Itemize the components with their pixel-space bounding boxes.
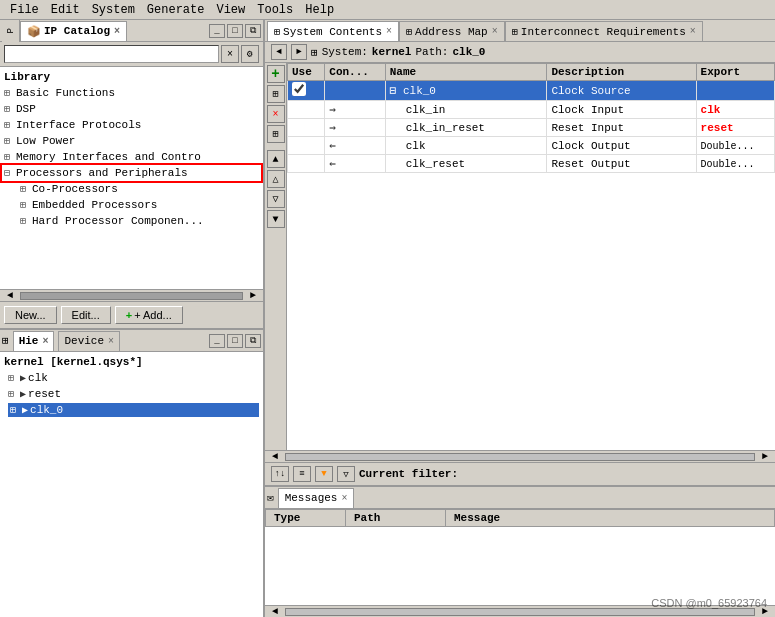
msg-scroll-left[interactable]: ◄	[265, 606, 285, 617]
msg-col-message[interactable]: Message	[446, 510, 775, 527]
cell-export-clk0[interactable]	[696, 81, 774, 101]
tree-item-processors[interactable]: ⊟ Processors and Peripherals	[2, 165, 261, 181]
nav-forward-btn[interactable]: ►	[291, 44, 307, 60]
clear-search-btn[interactable]: ×	[221, 45, 239, 63]
cell-con-clkreset[interactable]: ⇐	[325, 155, 385, 173]
hier-maximize-btn[interactable]: □	[227, 334, 243, 348]
menu-view[interactable]: View	[210, 2, 251, 18]
menu-tools[interactable]: Tools	[251, 2, 299, 18]
filter-funnel-btn[interactable]: ▼	[315, 466, 333, 482]
filter-btn-1[interactable]: ↑↓	[271, 466, 289, 482]
address-map-tab-close[interactable]: ×	[492, 26, 498, 37]
minimize-btn[interactable]: _	[209, 24, 225, 38]
remove-btn[interactable]: ×	[267, 105, 285, 123]
device-tab-close[interactable]: ×	[108, 336, 114, 347]
filter-clear-btn[interactable]: ▽	[337, 466, 355, 482]
nav-back-btn[interactable]: ◄	[271, 44, 287, 60]
cell-name-clkreset[interactable]: clk_reset	[385, 155, 547, 173]
tree-item-basic-functions[interactable]: ⊞ Basic Functions	[2, 85, 261, 101]
hier-tab[interactable]: Hie ×	[13, 331, 55, 351]
hier-item-clk[interactable]: ⊞ ▶ clk	[4, 370, 259, 386]
col-header-name[interactable]: Name	[385, 64, 547, 81]
h-scroll-left[interactable]: ◄	[265, 451, 285, 462]
hier-item-clk0[interactable]: ⊞ ▶ clk_0	[4, 402, 259, 418]
cell-name-clkin[interactable]: clk_in	[385, 101, 547, 119]
tree-item-embedded-processors[interactable]: ⊞ Embedded Processors	[18, 197, 261, 213]
device-tab[interactable]: Device ×	[58, 331, 120, 351]
search-input[interactable]	[4, 45, 219, 63]
table-row-clk0[interactable]: ⊟ clk_0 Clock Source	[288, 81, 775, 101]
messages-tab-close[interactable]: ×	[341, 493, 347, 504]
cell-export-clkreset[interactable]: Double...	[696, 155, 774, 173]
cell-name-clk0[interactable]: ⊟ clk_0	[385, 81, 547, 101]
menu-system[interactable]: System	[86, 2, 141, 18]
use-checkbox-clk0[interactable]	[292, 82, 306, 96]
tree-item-dsp[interactable]: ⊞ DSP	[2, 101, 261, 117]
cell-con-clkin[interactable]: ⇒	[325, 101, 385, 119]
hier-tab-close[interactable]: ×	[42, 336, 48, 347]
tree-item-low-power[interactable]: ⊞ Low Power	[2, 133, 261, 149]
col-header-desc[interactable]: Description	[547, 64, 696, 81]
col-header-use[interactable]: Use	[288, 64, 325, 81]
tool-btn-1[interactable]: ⊞	[267, 85, 285, 103]
tree-scrollbar[interactable]: ◄ ►	[0, 289, 263, 301]
search-settings-btn[interactable]: ⚙	[241, 45, 259, 63]
tree-item-interface-protocols[interactable]: ⊞ Interface Protocols	[2, 117, 261, 133]
edit-button[interactable]: Edit...	[61, 306, 111, 324]
maximize-btn[interactable]: □	[227, 24, 243, 38]
cell-con-clk[interactable]: ⇐	[325, 137, 385, 155]
add-component-btn[interactable]: +	[267, 65, 285, 83]
table-row-clk-in[interactable]: ⇒ clk_in Clock Input clk	[288, 101, 775, 119]
msg-col-path[interactable]: Path	[346, 510, 446, 527]
float-btn[interactable]: ⧉	[245, 24, 261, 38]
new-button[interactable]: New...	[4, 306, 57, 324]
tab-interconnect[interactable]: ⊞ Interconnect Requirements ×	[505, 21, 703, 41]
scroll-thumb[interactable]	[20, 292, 243, 300]
hier-float-btn[interactable]: ⧉	[245, 334, 261, 348]
tab-address-map[interactable]: ⊞ Address Map ×	[399, 21, 505, 41]
h-scroll-thumb[interactable]	[285, 453, 755, 461]
table-h-scrollbar[interactable]: ◄ ►	[265, 450, 775, 462]
menu-help[interactable]: Help	[299, 2, 340, 18]
col-header-con[interactable]: Con...	[325, 64, 385, 81]
col-header-export[interactable]: Export	[696, 64, 774, 81]
parameters-side-tab[interactable]: P	[6, 28, 16, 33]
menu-edit[interactable]: Edit	[45, 2, 86, 18]
h-scroll-right[interactable]: ►	[755, 451, 775, 462]
system-contents-tab-close[interactable]: ×	[386, 26, 392, 37]
tree-item-co-processors[interactable]: ⊞ Co-Processors	[18, 181, 261, 197]
menu-file[interactable]: File	[4, 2, 45, 18]
table-row-clk-reset[interactable]: ⇐ clk_reset Reset Output Double...	[288, 155, 775, 173]
system-table[interactable]: Use Con... Name Description Export	[287, 63, 775, 450]
hier-item-reset[interactable]: ⊞ ▶ reset	[4, 386, 259, 402]
ip-catalog-tree[interactable]: Library ⊞ Basic Functions ⊞ DSP ⊞ Interf…	[0, 67, 263, 289]
cell-use-clk0[interactable]	[288, 81, 325, 101]
scroll-left[interactable]: ◄	[0, 290, 20, 301]
menu-generate[interactable]: Generate	[141, 2, 211, 18]
move-up-btn[interactable]: ▲	[267, 150, 285, 168]
move-down-btn[interactable]: ▽	[267, 190, 285, 208]
cell-name-clk[interactable]: clk	[385, 137, 547, 155]
cell-export-clkin[interactable]: clk	[696, 101, 774, 119]
interconnect-tab-close[interactable]: ×	[690, 26, 696, 37]
tab-system-contents[interactable]: ⊞ System Contents ×	[267, 21, 399, 41]
table-row-clk-in-reset[interactable]: ⇒ clk_in_reset Reset Input reset	[288, 119, 775, 137]
tree-item-hard-processor[interactable]: ⊞ Hard Processor Componen...	[18, 213, 261, 229]
ip-catalog-close[interactable]: ×	[114, 26, 120, 37]
msg-col-type[interactable]: Type	[266, 510, 346, 527]
cell-export-clk[interactable]: Double...	[696, 137, 774, 155]
tool-btn-2[interactable]: ⊞	[267, 125, 285, 143]
scroll-right[interactable]: ►	[243, 290, 263, 301]
table-row-clk[interactable]: ⇐ clk Clock Output Double...	[288, 137, 775, 155]
move-up2-btn[interactable]: △	[267, 170, 285, 188]
filter-btn-2[interactable]: ≡	[293, 466, 311, 482]
cell-export-clkinreset[interactable]: reset	[696, 119, 774, 137]
add-button[interactable]: + + Add...	[115, 306, 183, 324]
tree-item-memory[interactable]: ⊞ Memory Interfaces and Contro	[2, 149, 261, 165]
cell-con-clkinreset[interactable]: ⇒	[325, 119, 385, 137]
messages-tab[interactable]: Messages ×	[278, 488, 355, 508]
hier-minimize-btn[interactable]: _	[209, 334, 225, 348]
cell-name-clkinreset[interactable]: clk_in_reset	[385, 119, 547, 137]
ip-catalog-tab[interactable]: 📦 IP Catalog ×	[20, 21, 127, 41]
move-down2-btn[interactable]: ▼	[267, 210, 285, 228]
